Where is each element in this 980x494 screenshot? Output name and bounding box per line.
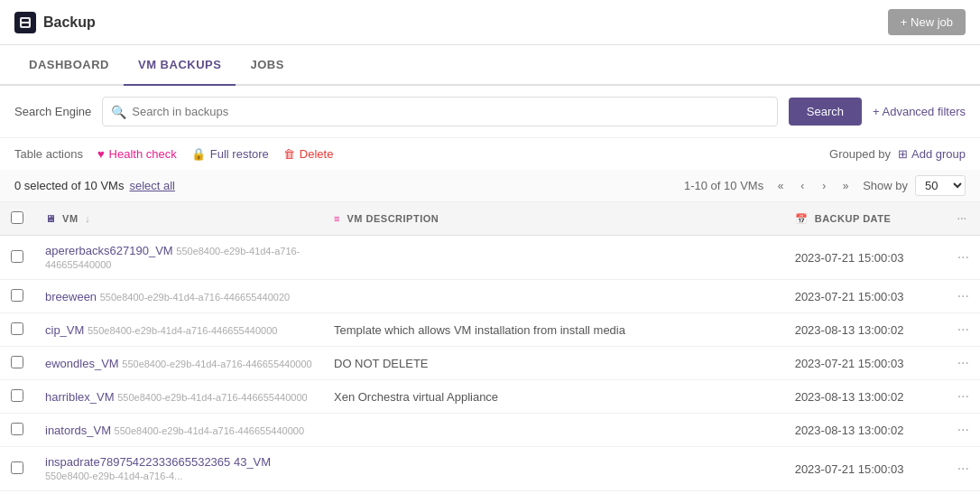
advanced-filters-button[interactable]: + Advanced filters bbox=[873, 105, 966, 118]
row-checkbox-0[interactable] bbox=[11, 250, 23, 263]
last-page-button[interactable]: » bbox=[836, 176, 855, 196]
next-page-button[interactable]: › bbox=[814, 176, 834, 196]
row-description-cell-4: Xen Orchestra virtual Appliance bbox=[323, 380, 784, 414]
calendar-icon: 📅 bbox=[795, 213, 809, 224]
show-by-select[interactable]: 10 20 50 100 bbox=[915, 175, 966, 196]
row-description-cell-2: Template which allows VM installation fr… bbox=[323, 313, 784, 347]
row-checkbox-5[interactable] bbox=[11, 423, 23, 435]
vm-backups-table: 🖥 VM ↓ ≡ VM DESCRIPTION 📅 BACKUP DATE ··… bbox=[0, 202, 980, 494]
first-page-button[interactable]: « bbox=[771, 176, 790, 196]
row-more-button-4[interactable]: ··· bbox=[957, 388, 969, 405]
tab-jobs[interactable]: JOBS bbox=[236, 45, 298, 86]
row-actions-cell-5[interactable]: ··· bbox=[947, 414, 980, 447]
vm-name-6[interactable]: inspadrate78975422333665532365 43_VM bbox=[45, 455, 271, 469]
header-left: Backup bbox=[14, 12, 96, 33]
table-wrapper: 🖥 VM ↓ ≡ VM DESCRIPTION 📅 BACKUP DATE ··… bbox=[0, 202, 980, 494]
status-bar-left: 0 selected of 10 VMs select all bbox=[14, 179, 175, 192]
trash-icon: 🗑 bbox=[283, 147, 295, 161]
row-checkbox-cell-1[interactable] bbox=[0, 280, 34, 313]
row-actions-cell-4[interactable]: ··· bbox=[947, 380, 980, 414]
row-description-cell-3: DO NOT DELETE bbox=[323, 347, 784, 380]
row-checkbox-1[interactable] bbox=[11, 289, 23, 302]
row-more-button-1[interactable]: ··· bbox=[957, 288, 969, 304]
table-row: ipt_VM 550e8400-e29b-41d4-a716-446655440… bbox=[0, 491, 980, 495]
pagination-buttons: « ‹ › » bbox=[771, 176, 855, 196]
row-actions-cell-1[interactable]: ··· bbox=[947, 280, 980, 313]
row-checkbox-cell-6[interactable] bbox=[0, 447, 34, 491]
row-more-button-2[interactable]: ··· bbox=[957, 322, 969, 338]
row-more-button-5[interactable]: ··· bbox=[957, 422, 969, 438]
select-all-checkbox-header[interactable] bbox=[0, 202, 34, 236]
row-checkbox-2[interactable] bbox=[11, 322, 23, 335]
row-more-button-6[interactable]: ··· bbox=[957, 461, 969, 477]
select-all-link[interactable]: select all bbox=[129, 179, 175, 192]
row-checkbox-cell-5[interactable] bbox=[0, 414, 34, 447]
restore-icon: 🔒 bbox=[191, 147, 206, 161]
table-row: inatords_VM 550e8400-e29b-41d4-a716-4466… bbox=[0, 414, 980, 447]
search-button[interactable]: Search bbox=[789, 98, 862, 126]
column-header-backup-date: 📅 BACKUP DATE bbox=[784, 202, 947, 236]
row-checkbox-3[interactable] bbox=[11, 356, 23, 368]
heart-icon: ♥ bbox=[97, 147, 105, 161]
row-checkbox-cell-7[interactable] bbox=[0, 491, 34, 495]
status-bar-top: 0 selected of 10 VMs select all 1-10 of … bbox=[0, 170, 980, 202]
vm-uuid-1: 550e8400-e29b-41d4-a716-446655440020 bbox=[100, 292, 290, 303]
row-checkbox-cell-3[interactable] bbox=[0, 347, 34, 380]
header: Backup + New job bbox=[0, 0, 980, 45]
vm-name-3[interactable]: ewondles_VM bbox=[45, 357, 119, 370]
row-checkbox-cell-2[interactable] bbox=[0, 313, 34, 347]
row-backup-date-cell-2: 2023-08-13 13:00:02 bbox=[784, 313, 947, 347]
vm-name-5[interactable]: inatords_VM bbox=[45, 424, 111, 437]
search-input[interactable] bbox=[102, 97, 778, 126]
row-checkbox-cell-4[interactable] bbox=[0, 380, 34, 414]
row-actions-cell-7[interactable]: ··· bbox=[947, 491, 980, 495]
row-backup-date-cell-5: 2023-08-13 13:00:02 bbox=[784, 414, 947, 447]
full-restore-button[interactable]: 🔒 Full restore bbox=[191, 147, 269, 161]
vm-uuid-5: 550e8400-e29b-41d4-a716-446655440000 bbox=[115, 425, 304, 436]
vm-name-2[interactable]: cip_VM bbox=[45, 323, 84, 337]
table-row: breeween 550e8400-e29b-41d4-a716-4466554… bbox=[0, 280, 980, 313]
search-input-wrapper: 🔍 bbox=[102, 97, 778, 126]
row-checkbox-4[interactable] bbox=[11, 389, 23, 402]
row-more-button-3[interactable]: ··· bbox=[957, 355, 969, 371]
description-icon: ≡ bbox=[334, 213, 340, 224]
row-vm-cell-4: harriblex_VM 550e8400-e29b-41d4-a716-446… bbox=[34, 380, 323, 414]
more-header-icon: ··· bbox=[957, 213, 967, 224]
row-backup-date-cell-3: 2023-07-21 15:00:03 bbox=[784, 347, 947, 380]
row-more-button-0[interactable]: ··· bbox=[957, 249, 969, 266]
row-checkbox-cell-0[interactable] bbox=[0, 236, 34, 280]
vm-uuid-6: 550e8400-e29b-41d4-a716-4... bbox=[45, 471, 182, 481]
row-backup-date-cell-1: 2023-07-21 15:00:03 bbox=[784, 280, 947, 313]
row-description-cell-7 bbox=[323, 491, 784, 495]
row-actions-cell-2[interactable]: ··· bbox=[947, 313, 980, 347]
search-icon: 🔍 bbox=[111, 105, 126, 119]
table-header-row: 🖥 VM ↓ ≡ VM DESCRIPTION 📅 BACKUP DATE ··… bbox=[0, 202, 980, 236]
tab-vm-backups[interactable]: VM BACKUPS bbox=[124, 45, 236, 86]
group-icon: ⊞ bbox=[898, 147, 908, 161]
row-description-cell-6 bbox=[323, 447, 784, 491]
app-title: Backup bbox=[43, 14, 96, 31]
delete-button[interactable]: 🗑 Delete bbox=[283, 147, 334, 161]
row-description-cell-0 bbox=[323, 236, 784, 280]
row-actions-cell-6[interactable]: ··· bbox=[947, 447, 980, 491]
vm-name-1[interactable]: breeween bbox=[45, 290, 97, 303]
sort-icon: ↓ bbox=[85, 213, 90, 224]
row-actions-cell-3[interactable]: ··· bbox=[947, 347, 980, 380]
vm-name-4[interactable]: harriblex_VM bbox=[45, 390, 115, 404]
vm-name-0[interactable]: apererbacks627190_VM bbox=[45, 244, 173, 257]
vm-uuid-4: 550e8400-e29b-41d4-a716-446655440000 bbox=[117, 392, 307, 403]
column-header-vm[interactable]: 🖥 VM ↓ bbox=[34, 202, 323, 236]
row-actions-cell-0[interactable]: ··· bbox=[947, 236, 980, 280]
prev-page-button[interactable]: ‹ bbox=[792, 176, 812, 196]
tab-dashboard[interactable]: DASHBOARD bbox=[14, 45, 124, 86]
app-icon bbox=[14, 12, 36, 33]
add-group-button[interactable]: ⊞ Add group bbox=[898, 147, 966, 161]
grouped-by-label: Grouped by bbox=[829, 147, 891, 161]
health-check-button[interactable]: ♥ Health check bbox=[97, 147, 177, 161]
select-all-checkbox[interactable] bbox=[11, 211, 23, 224]
row-vm-cell-5: inatords_VM 550e8400-e29b-41d4-a716-4466… bbox=[34, 414, 323, 447]
status-bar-right: 1-10 of 10 VMs « ‹ › » Show by 10 20 50 … bbox=[684, 175, 966, 196]
table-actions-left: Table actions ♥ Health check 🔒 Full rest… bbox=[14, 147, 333, 161]
new-job-button[interactable]: + New job bbox=[888, 9, 966, 35]
row-checkbox-6[interactable] bbox=[11, 461, 23, 474]
